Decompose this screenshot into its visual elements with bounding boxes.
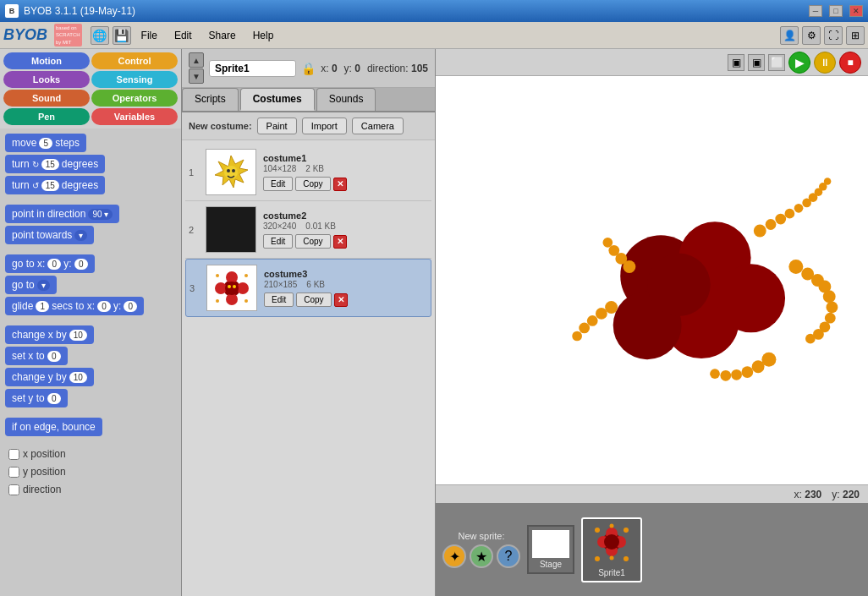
costume-thumb-3 (206, 265, 257, 311)
paint-button[interactable]: Paint (257, 118, 297, 134)
menu-help[interactable]: Help (246, 28, 281, 43)
svg-point-12 (216, 274, 219, 277)
pause-button[interactable]: ⏸ (814, 52, 836, 74)
stage-size-normal[interactable]: ▣ (748, 54, 765, 71)
svg-point-45 (741, 366, 753, 378)
copy-costume-3[interactable]: Copy (296, 293, 331, 307)
menu-bar: BYOB based onSCRATCHby MIT 🌐 💾 File Edit… (0, 22, 868, 49)
svg-point-10 (228, 285, 231, 288)
camera-button[interactable]: Camera (352, 118, 404, 134)
menu-share[interactable]: Share (202, 28, 243, 43)
sprite-name-input[interactable]: Sprite1 (209, 60, 296, 77)
checkbox-direction[interactable]: direction (5, 482, 176, 497)
go-button[interactable]: ▶ (788, 52, 810, 74)
costume-num-2: 2 (189, 225, 199, 235)
edit-costume-3[interactable]: Edit (264, 293, 294, 307)
svg-point-37 (823, 290, 836, 303)
app-logo: BYOB (3, 26, 47, 44)
right-panel: ▣ ▣ ⬜ ▶ ⏸ ■ (436, 49, 868, 596)
copy-costume-2[interactable]: Copy (295, 234, 330, 249)
import-button[interactable]: Import (302, 118, 347, 134)
copy-costume-1[interactable]: Copy (295, 177, 330, 191)
category-sensing[interactable]: Sensing (91, 71, 178, 88)
minimize-button[interactable]: ─ (809, 5, 822, 17)
block-set-y[interactable]: set y to 0 (5, 389, 68, 407)
block-if-edge[interactable]: if on edge, bounce (5, 418, 102, 436)
svg-point-2 (227, 169, 230, 172)
menu-edit[interactable]: Edit (168, 28, 199, 43)
tab-sounds[interactable]: Sounds (316, 88, 376, 111)
svg-point-8 (237, 282, 249, 294)
costume-info-1: costume1 104×128 2 KB Edit Copy ✕ (263, 153, 428, 191)
close-button[interactable]: ✕ (849, 5, 863, 17)
category-variables[interactable]: Variables (91, 108, 178, 125)
svg-point-15 (244, 299, 248, 303)
stage-y: 220 (843, 489, 860, 500)
svg-point-24 (766, 219, 777, 230)
block-change-x[interactable]: change x by 10 (5, 325, 94, 344)
block-point-direction[interactable]: point in direction 90 ▾ (5, 205, 119, 223)
svg-point-64 (595, 528, 600, 533)
delete-costume-3[interactable]: ✕ (334, 293, 348, 307)
sprite-thumbnail-1[interactable]: Sprite1 (581, 517, 642, 582)
category-pen[interactable]: Pen (3, 108, 90, 125)
delete-costume-2[interactable]: ✕ (333, 235, 347, 249)
svg-point-33 (788, 260, 803, 274)
grid-icon[interactable]: ⊞ (846, 26, 865, 45)
block-goto[interactable]: go to ▾ (5, 276, 57, 294)
svg-point-14 (216, 299, 219, 303)
new-sprite-buttons: ✦ ★ ? (442, 544, 520, 568)
costume-actions-2: Edit Copy ✕ (263, 234, 428, 249)
new-sprite-area: New sprite: ✦ ★ ? (442, 531, 520, 568)
block-change-y[interactable]: change y by 10 (5, 368, 94, 386)
category-looks[interactable]: Looks (3, 71, 90, 88)
block-goto-xy[interactable]: go to x: 0 y: 0 (5, 254, 95, 273)
tab-scripts[interactable]: Scripts (182, 88, 239, 111)
category-sound[interactable]: Sound (3, 90, 90, 107)
scratch-badge: based onSCRATCHby MIT (54, 24, 82, 46)
save-button[interactable]: 💾 (113, 26, 131, 45)
delete-costume-1[interactable]: ✕ (333, 178, 347, 191)
new-sprite-paint-button[interactable]: ✦ (442, 544, 466, 568)
edit-costume-1[interactable]: Edit (263, 177, 293, 191)
fullscreen-icon[interactable]: ⛶ (824, 26, 843, 45)
sprite-thumb-image-1 (590, 522, 634, 566)
tab-costumes[interactable]: Costumes (240, 88, 315, 111)
costume-actions-1: Edit Copy ✕ (263, 177, 428, 191)
category-operators[interactable]: Operators (91, 90, 178, 107)
costume-num-1: 1 (189, 167, 199, 178)
stage-x: 230 (805, 489, 821, 500)
block-point-towards[interactable]: point towards ▾ (5, 226, 94, 244)
user-icon[interactable]: 👤 (780, 26, 799, 45)
block-glide[interactable]: glide 1 secs to x: 0 y: 0 (5, 297, 144, 315)
tabs-bar: Scripts Costumes Sounds (182, 88, 435, 112)
block-move[interactable]: move 5 steps (5, 134, 86, 152)
maximize-button[interactable]: □ (829, 5, 843, 17)
category-motion[interactable]: Motion (3, 52, 90, 69)
svg-point-26 (785, 209, 795, 219)
svg-point-25 (775, 214, 786, 225)
block-set-x[interactable]: set x to 0 (5, 347, 68, 365)
settings-icon[interactable]: ⚙ (802, 26, 821, 45)
stop-button[interactable]: ■ (839, 52, 861, 74)
block-turn-ccw[interactable]: turn ↺ 15 degrees (5, 176, 105, 194)
costume-thumb-1 (206, 149, 256, 195)
new-sprite-file-button[interactable]: ★ (470, 544, 493, 568)
stage-size-small[interactable]: ▣ (728, 54, 744, 71)
costume-thumb-2 (206, 206, 256, 253)
scroll-down-button[interactable]: ▼ (189, 68, 204, 84)
category-control[interactable]: Control (91, 52, 178, 69)
globe-button[interactable]: 🌐 (91, 26, 109, 45)
new-costume-label: New costume: (189, 121, 252, 131)
checkbox-x-position[interactable]: x position (5, 446, 176, 462)
menu-file[interactable]: File (135, 28, 164, 43)
block-turn-cw[interactable]: turn ↻ 15 degrees (5, 155, 105, 173)
new-sprite-surprise-button[interactable]: ? (497, 544, 520, 568)
stage-thumbnail[interactable]: Stage (527, 525, 574, 574)
edit-costume-2[interactable]: Edit (263, 234, 293, 249)
svg-point-32 (824, 178, 832, 185)
checkbox-y-position[interactable]: y position (5, 464, 176, 479)
svg-point-48 (710, 369, 720, 379)
scroll-up-button[interactable]: ▲ (189, 52, 204, 68)
stage-size-large[interactable]: ⬜ (768, 54, 785, 71)
